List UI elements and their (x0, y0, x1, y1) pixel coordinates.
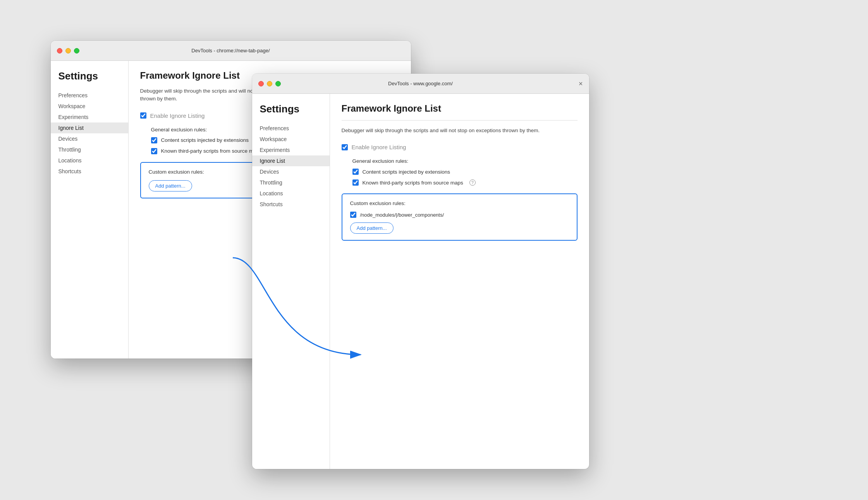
sidebar-item-shortcuts-1[interactable]: Shortcuts (51, 166, 128, 177)
third-party-label-2: Known third-party scripts from source ma… (363, 180, 463, 186)
sidebar-nav-2: Preferences Workspace Experiments Ignore… (252, 123, 330, 210)
sidebar-item-experiments-2[interactable]: Experiments (252, 145, 330, 155)
close-traffic-light-2[interactable] (258, 81, 264, 86)
description-2: Debugger will skip through the scripts a… (342, 127, 578, 134)
traffic-lights-1 (57, 48, 79, 53)
third-party-row-2: Known third-party scripts from source ma… (352, 179, 578, 186)
section-title-2: Framework Ignore List (342, 103, 578, 114)
window-title-2: DevTools - www.google.com/ (388, 81, 453, 86)
third-party-label-1: Known third-party scripts from source ma… (161, 148, 262, 154)
enable-ignore-listing-checkbox-2[interactable] (342, 144, 348, 150)
enable-ignore-listing-label-2: Enable Ignore Listing (352, 144, 406, 150)
devtools-content-2: Settings Preferences Workspace Experimen… (252, 94, 589, 469)
sidebar-item-experiments-1[interactable]: Experiments (51, 112, 128, 122)
window-title-1: DevTools - chrome://new-tab-page/ (191, 48, 270, 53)
sidebar-item-ignorelist-1[interactable]: Ignore List (51, 122, 128, 133)
enable-ignore-listing-checkbox-1[interactable] (140, 112, 146, 119)
title-bar-2: DevTools - www.google.com/ × (252, 74, 589, 94)
add-pattern-button-2[interactable]: Add pattern... (350, 222, 394, 234)
third-party-checkbox-1[interactable] (151, 148, 157, 154)
sidebar-item-preferences-1[interactable]: Preferences (51, 90, 128, 101)
custom-exclusion-box-2: Custom exclusion rules: /node_modules/|/… (342, 193, 578, 241)
add-pattern-button-1[interactable]: Add pattern... (149, 180, 192, 191)
close-traffic-light[interactable] (57, 48, 62, 53)
content-scripts-row-2: Content scripts injected by extensions (352, 169, 578, 175)
pattern-checkbox-1[interactable] (350, 212, 356, 218)
sidebar-item-locations-2[interactable]: Locations (252, 188, 330, 199)
sidebar-item-preferences-2[interactable]: Preferences (252, 123, 330, 134)
maximize-traffic-light[interactable] (74, 48, 79, 53)
close-button-2[interactable]: × (579, 80, 583, 87)
pattern-item-1: /node_modules/|/bower_components/ (350, 212, 569, 218)
content-scripts-checkbox-1[interactable] (151, 137, 157, 143)
sidebar-item-locations-1[interactable]: Locations (51, 155, 128, 166)
sidebar-nav-1: Preferences Workspace Experiments Ignore… (51, 90, 128, 177)
sidebar-item-workspace-1[interactable]: Workspace (51, 101, 128, 112)
sidebar-item-ignorelist-2[interactable]: Ignore List (252, 155, 330, 166)
minimize-traffic-light-2[interactable] (267, 81, 272, 86)
sidebar-item-devices-1[interactable]: Devices (51, 133, 128, 144)
enable-ignore-listing-row-2: Enable Ignore Listing (342, 144, 578, 150)
minimize-traffic-light[interactable] (65, 48, 71, 53)
sidebar-item-throttling-2[interactable]: Throttling (252, 177, 330, 188)
content-scripts-checkbox-2[interactable] (352, 169, 359, 175)
pattern-label-1: /node_modules/|/bower_components/ (360, 212, 444, 218)
sidebar-item-workspace-2[interactable]: Workspace (252, 134, 330, 145)
content-scripts-label-1: Content scripts injected by extensions (161, 137, 249, 143)
settings-sidebar-1: Settings Preferences Workspace Experimen… (51, 61, 128, 359)
devtools-window-2: DevTools - www.google.com/ × Settings Pr… (252, 74, 589, 469)
sidebar-item-shortcuts-2[interactable]: Shortcuts (252, 199, 330, 210)
general-rules-title-2: General exclusion rules: (352, 158, 578, 164)
settings-title-1: Settings (51, 70, 128, 90)
enable-ignore-listing-label-1: Enable Ignore Listing (150, 112, 205, 119)
sidebar-item-devices-2[interactable]: Devices (252, 166, 330, 177)
settings-title-2: Settings (252, 103, 330, 123)
traffic-lights-2 (258, 81, 281, 86)
maximize-traffic-light-2[interactable] (275, 81, 281, 86)
help-icon-2: ? (469, 179, 476, 186)
third-party-checkbox-2[interactable] (352, 179, 359, 186)
settings-sidebar-2: Settings Preferences Workspace Experimen… (252, 94, 330, 469)
content-scripts-label-2: Content scripts injected by extensions (363, 169, 450, 175)
title-bar-1: DevTools - chrome://new-tab-page/ (51, 41, 411, 61)
sidebar-item-throttling-1[interactable]: Throttling (51, 144, 128, 155)
custom-exclusion-title-2: Custom exclusion rules: (350, 200, 569, 206)
settings-main-2: Framework Ignore List Debugger will skip… (330, 94, 589, 469)
